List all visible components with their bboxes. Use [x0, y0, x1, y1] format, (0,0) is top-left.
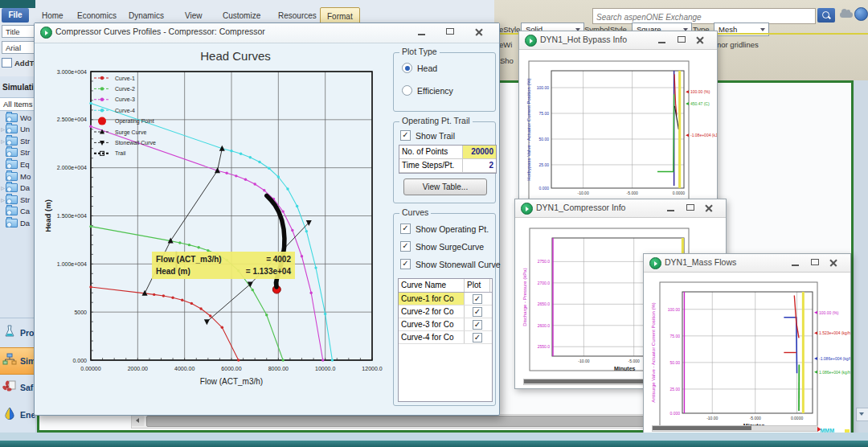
svg-text:1.086e+004 (kg/h): 1.086e+004 (kg/h): [819, 370, 850, 375]
sidebar-item-5[interactable]: Mo: [0, 170, 35, 182]
close-button[interactable]: [470, 25, 488, 39]
tree-item-label: Eq: [20, 160, 30, 169]
checkbox-2[interactable]: ✓Show Stonewall Curve: [400, 259, 501, 269]
tooltip-row-0: Flow (ACT_m3/h)= 4002: [156, 253, 291, 265]
tab-resources[interactable]: Resources: [278, 9, 317, 23]
svg-text:75.00: 75.00: [538, 111, 549, 116]
curve-row-0[interactable]: Curve-1 for Co✓: [399, 293, 492, 306]
plot-type-head[interactable]: Head: [402, 63, 437, 73]
search-button[interactable]: [817, 8, 835, 23]
svg-text:100.00 (%): 100.00 (%): [690, 89, 710, 94]
env-button-ene[interactable]: Ene: [0, 402, 35, 428]
sidebar-item-3[interactable]: Str: [0, 147, 35, 158]
svg-text:25.00: 25.00: [538, 162, 549, 167]
maximize-button[interactable]: [441, 25, 459, 39]
tab-customize[interactable]: Customize: [223, 9, 260, 23]
sidebar-item-4[interactable]: Eq: [0, 158, 35, 170]
field-value[interactable]: 20000: [462, 146, 496, 159]
plot-type-group: Plot Type HeadEfficiency: [393, 52, 496, 112]
minimize-button[interactable]: [412, 25, 430, 39]
svg-text:100.00 (%): 100.00 (%): [819, 310, 839, 315]
curve-row-3[interactable]: Curve-4 for Co✓: [399, 331, 492, 344]
checkbox-1[interactable]: ✓Show SurgeCurve: [400, 241, 484, 252]
svg-text:Minutes: Minutes: [614, 366, 636, 371]
search-box[interactable]: [592, 8, 816, 24]
col-plot: Plot: [465, 279, 490, 292]
curve-row-2[interactable]: Curve-3 for Co✓: [399, 318, 492, 331]
curve-name-cell[interactable]: Curve-2 for Co: [399, 306, 465, 318]
help-icon[interactable]: [854, 7, 868, 21]
sidebar-item-2[interactable]: ▷Str: [0, 135, 35, 146]
checkbox-0[interactable]: ✓Show Operating Pt.: [400, 224, 489, 234]
sidebar-item-0[interactable]: Wo: [0, 112, 35, 123]
scrollbar-thumb[interactable]: [524, 379, 656, 383]
tab-view[interactable]: View: [185, 9, 203, 23]
minor-gridlines-label[interactable]: nor gridlines: [717, 40, 759, 49]
head-curves-chart[interactable]: 0.000002000.004000.006000.008000.0010000…: [41, 47, 403, 406]
dialog-title-bar[interactable]: Compressor Curves Profiles - Compressor:…: [35, 23, 499, 43]
scroll-left-icon[interactable]: [132, 415, 144, 426]
plot-cell[interactable]: ✓: [465, 318, 490, 330]
tab-home[interactable]: Home: [42, 9, 63, 23]
tree-item-label: Str: [20, 137, 30, 146]
plot-type-efficiency[interactable]: Efficiency: [402, 85, 453, 96]
group-caption: Operating Pt. Trail: [399, 116, 473, 125]
tab-economics[interactable]: Economics: [77, 9, 117, 23]
sidebar-item-6[interactable]: ▷Da: [0, 182, 35, 194]
expand-icon[interactable]: ▷: [0, 126, 6, 132]
svg-text:Curve-1: Curve-1: [115, 76, 135, 81]
mini-scrollbar[interactable]: [652, 425, 818, 432]
tooltip-label: Flow (ACT_m3/h): [156, 253, 222, 265]
checkbox-icon: ✓: [473, 307, 482, 317]
curve-name-cell[interactable]: Curve-4 for Co: [399, 331, 465, 343]
strip-chart[interactable]: -10.00-5.0000.0000100.0075.0050.0025.000…: [644, 254, 850, 435]
svg-text:Antisurge Valve - Actuator Cur: Antisurge Valve - Actuator Current Posit…: [651, 302, 656, 403]
radio-label: Efficiency: [417, 86, 453, 96]
scroll-down-icon[interactable]: [856, 408, 868, 421]
vertical-scrollbar[interactable]: [855, 80, 868, 433]
env-button-pro[interactable]: Pro: [0, 320, 35, 346]
checkbox-label: Show SurgeCurve: [416, 242, 484, 252]
radio-label: Head: [417, 64, 437, 73]
env-button-saf[interactable]: Saf: [0, 375, 35, 400]
svg-text:100.00: 100.00: [668, 307, 681, 312]
strip-chart[interactable]: -10.00-5.0000.0000100.0075.0050.0025.000…: [519, 31, 717, 203]
sidebar-item-7[interactable]: ▷Str: [0, 194, 35, 205]
env-button-sim[interactable]: Sim: [0, 347, 35, 375]
cloud-icon[interactable]: [840, 12, 853, 18]
sidebar-item-1[interactable]: ▷Un: [0, 124, 35, 135]
env-button-label: Saf: [20, 383, 33, 392]
expand-icon[interactable]: ▷: [0, 197, 6, 203]
svg-text:0.000: 0.000: [72, 358, 87, 363]
all-items-filter[interactable]: All Items: [0, 97, 35, 111]
plot-cell[interactable]: ✓: [465, 306, 490, 318]
sidebar-item-9[interactable]: Da: [0, 217, 35, 228]
plot-cell[interactable]: ✓: [465, 331, 490, 343]
checkbox-label: Show Operating Pt.: [416, 224, 489, 234]
curve-name-cell[interactable]: Curve-3 for Co: [399, 318, 465, 330]
view-table-button[interactable]: View Table...: [403, 178, 487, 195]
search-input[interactable]: [593, 10, 815, 25]
application-window: File HomeEconomicsDynamicsViewCustomizeR…: [0, 0, 868, 447]
svg-text:-5.000: -5.000: [627, 191, 638, 195]
svg-text:4000.00: 4000.00: [174, 366, 194, 371]
scrollbar-thumb[interactable]: [653, 426, 751, 430]
curve-name-cell[interactable]: Curve-1 for Co: [399, 293, 465, 305]
plot-cell[interactable]: ✓: [465, 293, 490, 305]
add-text-button[interactable]: AddTe: [2, 58, 38, 68]
curve-row-1[interactable]: Curve-2 for Co✓: [399, 306, 492, 318]
radio-icon: [402, 85, 412, 96]
sidebar-item-8[interactable]: Ca: [0, 206, 35, 217]
svg-text:2.000e+004: 2.000e+004: [57, 165, 87, 170]
expand-icon[interactable]: ▷: [0, 185, 6, 191]
svg-text:12000.0: 12000.0: [362, 366, 382, 371]
svg-text:50.00: 50.00: [538, 137, 549, 141]
expand-icon[interactable]: ▷: [0, 138, 6, 144]
file-tab[interactable]: File: [2, 8, 29, 23]
checkbox-icon: ✓: [473, 333, 482, 342]
field-value[interactable]: 2: [462, 159, 496, 173]
checkbox-icon: ✓: [473, 320, 482, 330]
show-trail-checkbox[interactable]: ✓ Show Trail: [400, 130, 455, 141]
tab-dynamics[interactable]: Dynamics: [129, 9, 164, 23]
svg-text:8000.00: 8000.00: [268, 366, 289, 371]
